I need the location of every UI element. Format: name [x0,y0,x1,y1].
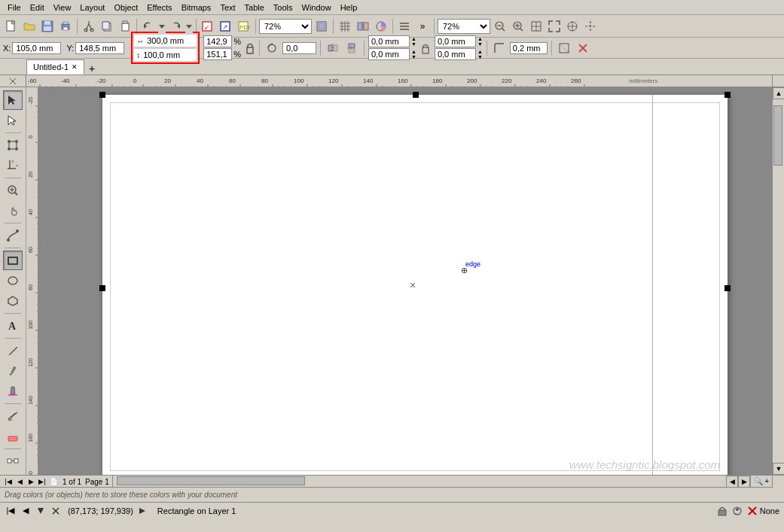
mirror-btn[interactable] [355,18,371,35]
handle-mr[interactable] [725,285,731,291]
zoom-plus-btn[interactable] [510,18,526,35]
status-arrow-icon[interactable] [35,505,47,517]
menu-file[interactable]: File [3,2,26,14]
menu-object[interactable]: Object [109,2,142,14]
zoom-right-select[interactable]: 72% [438,19,490,34]
width-pct[interactable]: 142,9 [203,35,232,47]
scroll-left-btn[interactable]: ◀ [726,476,738,488]
menu-tools[interactable]: Tools [269,2,297,14]
corner-type-btn[interactable] [491,40,508,56]
status-lock-icon[interactable] [716,505,728,517]
corner-radius-value[interactable]: 0,2 mm [510,42,548,54]
eyedropper-tool[interactable] [3,406,23,426]
pos3-down[interactable]: ▼ [477,41,483,47]
handle-ml[interactable] [99,285,105,291]
curve-tool[interactable] [3,226,23,245]
vscroll-thumb[interactable] [773,105,782,166]
flip-v-btn[interactable] [343,40,360,56]
pos3-value[interactable]: 0,0 mm [435,35,476,47]
scroll-right-btn[interactable]: ▶ [738,476,750,488]
lock-pos-btn[interactable] [420,41,431,56]
pos1-value[interactable]: 0,0 mm [368,35,410,47]
new-tab-btn[interactable]: + [86,62,98,74]
menu-view[interactable]: View [49,2,76,14]
undo-dropdown[interactable] [158,18,166,35]
rotation-value[interactable]: 0,0 [282,42,316,54]
prev-page-btn[interactable]: ◀ [14,476,25,487]
pos4-down[interactable]: ▼ [477,54,483,59]
hscroll-thumb[interactable] [117,476,305,485]
pos1-down[interactable]: ▼ [411,41,416,47]
canvas[interactable]: × ⊕ edge www.techsigntic.blogspot.com [38,87,772,475]
status-first-page[interactable]: |◀ [5,505,17,517]
zoom-minus-btn[interactable] [492,18,508,35]
menu-effects[interactable]: Effects [142,2,176,14]
zoom-full-btn[interactable] [546,18,563,35]
pencil-tool[interactable] [3,341,23,360]
color-mode-btn[interactable] [373,18,389,35]
width-value[interactable]: 300,0 mm [145,35,194,46]
x-value[interactable]: 105,0 mm [12,42,61,54]
handle-tc[interactable] [413,92,419,98]
menu-text[interactable]: Text [215,2,239,14]
zoom-tool[interactable] [3,181,23,200]
fill-tool[interactable] [3,382,23,401]
eraser-tool[interactable] [3,427,23,446]
rectangle-tool[interactable] [3,251,23,270]
pos1-up[interactable]: ▲ [411,36,416,41]
copy-button[interactable] [99,18,115,35]
redo-dropdown[interactable] [185,18,193,35]
height-pct[interactable]: 151,1 [203,48,232,60]
menu-bitmaps[interactable]: Bitmaps [177,2,216,14]
y-value[interactable]: 148,5 mm [75,42,124,54]
import-button[interactable]: ↙ [200,18,216,35]
connector-tool[interactable] [3,451,23,471]
scroll-down-btn[interactable]: ▼ [773,463,784,475]
print-button[interactable] [57,18,74,35]
pos4-up[interactable]: ▲ [477,49,483,54]
ellipse-tool[interactable] [3,271,23,290]
scroll-up-btn[interactable]: ▲ [773,87,784,99]
hand-tool[interactable] [3,201,23,220]
handle-tr[interactable] [725,92,731,98]
next-page-btn[interactable]: ▶ [26,476,36,487]
selection-tool[interactable] [3,90,23,110]
new-button[interactable] [3,18,20,35]
menu-edit[interactable]: Edit [26,2,49,14]
zoom-reset-btn[interactable] [528,18,545,35]
pos2-down[interactable]: ▼ [411,54,416,59]
lock-ratio-btn[interactable] [245,41,255,56]
text-tool[interactable]: A [3,316,23,336]
pos2-value[interactable]: 0,0 mm [368,48,410,60]
status-x-icon[interactable] [746,505,758,517]
polygon-tool[interactable] [3,291,23,311]
menu-table[interactable]: Table [240,2,269,14]
pos4-value[interactable]: 0,0 mm [435,48,476,60]
open-button[interactable] [21,18,38,35]
tab-close-btn[interactable]: ✕ [72,63,78,71]
cut-button[interactable] [81,18,97,35]
snap-grid-btn[interactable] [337,18,353,35]
status-arrow2-icon[interactable] [136,505,148,517]
pan-btn[interactable] [564,18,581,35]
zoom-left-select[interactable]: 72% [259,19,312,34]
add-page-btn[interactable]: 📄 [48,476,59,487]
zoom-in-small-btn[interactable]: + [764,477,769,485]
handle-tl[interactable] [99,92,105,98]
snap-btn[interactable] [582,18,599,35]
flip-h-btn[interactable] [325,40,341,56]
brush-tool[interactable] [3,361,23,381]
clear-transform-btn[interactable] [575,40,591,56]
status-close-icon[interactable] [50,505,62,517]
menu-window[interactable]: Window [297,2,336,14]
rotation-reset-btn[interactable] [264,40,280,56]
pos3-up[interactable]: ▲ [477,36,483,41]
transform-tool[interactable] [3,135,23,155]
pos2-up[interactable]: ▲ [411,49,416,54]
zoom-out-small-btn[interactable]: 🔍 [754,477,763,485]
options-btn[interactable] [396,18,413,35]
save-button[interactable] [39,18,56,35]
height-value[interactable]: 100,0 mm [142,50,191,60]
more-btn[interactable]: » [414,18,431,35]
subselect-tool[interactable] [3,111,23,130]
